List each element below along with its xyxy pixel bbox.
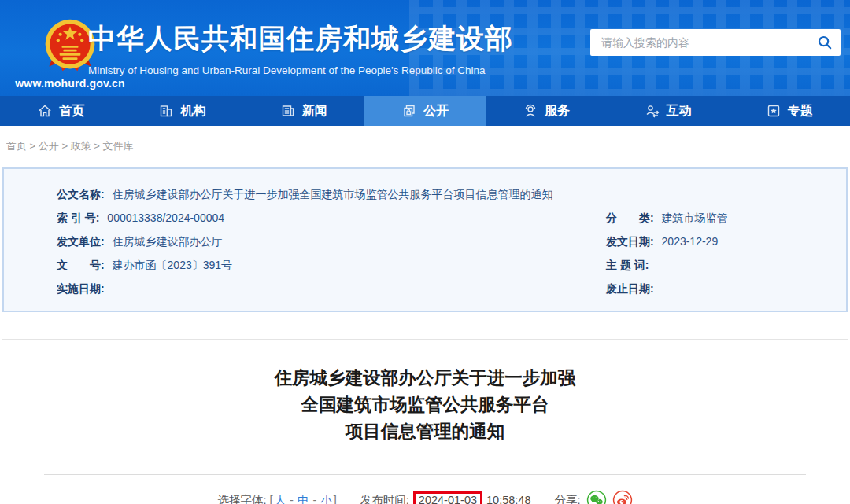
nav-item-news[interactable]: 新闻 bbox=[243, 96, 364, 126]
nav-item-disclosure[interactable]: 公开 bbox=[364, 96, 486, 126]
meta-row-subject: 主 题 词: bbox=[606, 253, 846, 277]
category-value: 建筑市场监管 bbox=[662, 212, 728, 224]
interaction-icon bbox=[645, 103, 660, 119]
nav-item-service[interactable]: 服务 bbox=[486, 96, 607, 126]
main-nav: 首页 机构 新闻 公开 服务 bbox=[0, 96, 850, 126]
index-label: 索 引 号: bbox=[57, 212, 99, 224]
font-size-small-link[interactable]: 小 bbox=[320, 493, 332, 504]
search-box bbox=[590, 29, 841, 56]
font-dash: - bbox=[312, 494, 316, 504]
site-title-block: 中华人民共和国住房和城乡建设部 Ministry of Housing and … bbox=[88, 20, 513, 76]
site-title-en: Ministry of Housing and Urban-Rural Deve… bbox=[88, 64, 513, 76]
breadcrumb[interactable]: 首页 > 公开 > 政策 > 文件库 bbox=[0, 126, 850, 153]
article-title-line1: 住房城乡建设部办公厅关于进一步加强 bbox=[2, 365, 848, 392]
disclosure-icon bbox=[401, 103, 417, 119]
font-size-selector: 选择字体: [ 大 - 中 - 小 ] bbox=[218, 493, 337, 504]
font-select-label: 选择字体: bbox=[218, 493, 267, 504]
site-header: www.mohurd.gov.cn 中华人民共和国住房和城乡建设部 Minist… bbox=[0, 0, 850, 96]
publish-label: 发布时间: bbox=[360, 493, 409, 504]
nav-item-label: 公开 bbox=[423, 103, 449, 120]
category-label: 分 类: bbox=[606, 212, 654, 224]
meta-row-doc-no: 文 号: 建办市函〔2023〕391号 bbox=[57, 253, 606, 277]
repeal-date-label: 废止日期: bbox=[606, 282, 654, 295]
news-icon bbox=[280, 103, 296, 119]
meta-grid: 索 引 号: 000013338/2024-00004 分 类: 建筑市场监管 … bbox=[57, 206, 846, 300]
topics-icon bbox=[766, 103, 782, 119]
nav-item-label: 新闻 bbox=[302, 103, 327, 120]
bracket-open: [ bbox=[270, 494, 273, 504]
nav-item-topics[interactable]: 专题 bbox=[729, 96, 850, 126]
issue-date-value: 2023-12-29 bbox=[662, 235, 719, 248]
nav-item-label: 机构 bbox=[180, 103, 205, 120]
meta-row-issuer: 发文单位: 住房城乡建设部办公厅 bbox=[57, 230, 606, 253]
weibo-share-icon[interactable] bbox=[612, 490, 633, 504]
meta-row-index: 索 引 号: 000013338/2024-00004 bbox=[57, 206, 606, 230]
meta-row-repeal-date: 废止日期: bbox=[606, 277, 846, 300]
article-panel: 住房城乡建设部办公厅关于进一步加强 全国建筑市场监管公共服务平台 项目信息管理的… bbox=[2, 339, 848, 504]
title-divider bbox=[44, 474, 806, 475]
font-size-medium-link[interactable]: 中 bbox=[298, 493, 309, 504]
article-title-line2: 全国建筑市场监管公共服务平台 bbox=[2, 392, 848, 418]
nav-item-home[interactable]: 首页 bbox=[0, 96, 121, 126]
nav-item-label: 首页 bbox=[59, 103, 84, 120]
meta-row-issue-date: 发文日期: 2023-12-29 bbox=[606, 230, 846, 253]
document-meta-box: 公文名称: 住房城乡建设部办公厅关于进一步加强全国建筑市场监管公共服务平台项目信… bbox=[2, 167, 848, 312]
organization-icon bbox=[158, 103, 174, 119]
nav-item-interaction[interactable]: 互动 bbox=[607, 96, 728, 126]
search-input[interactable] bbox=[590, 29, 809, 56]
nav-item-organization[interactable]: 机构 bbox=[121, 96, 242, 126]
doc-name-value: 住房城乡建设部办公厅关于进一步加强全国建筑市场监管公共服务平台项目信息管理的通知 bbox=[113, 188, 553, 200]
article-title: 住房城乡建设部办公厅关于进一步加强 全国建筑市场监管公共服务平台 项目信息管理的… bbox=[2, 365, 848, 445]
meta-row-impl-date: 实施日期: bbox=[57, 277, 606, 300]
share-label: 分享: bbox=[554, 493, 580, 504]
font-dash: - bbox=[290, 494, 294, 504]
article-meta-bar: 选择字体: [ 大 - 中 - 小 ] 发布时间: 2024-01-03 10:… bbox=[2, 490, 848, 504]
nav-item-label: 互动 bbox=[667, 103, 692, 120]
service-icon bbox=[523, 103, 538, 119]
nav-item-label: 服务 bbox=[545, 103, 570, 120]
index-value: 000013338/2024-00004 bbox=[107, 212, 224, 224]
font-size-large-link[interactable]: 大 bbox=[275, 493, 286, 504]
issuer-value: 住房城乡建设部办公厅 bbox=[113, 235, 223, 248]
wechat-share-icon[interactable] bbox=[586, 490, 607, 504]
meta-row-category: 分 类: 建筑市场监管 bbox=[606, 206, 846, 230]
meta-row-doc-name: 公文名称: 住房城乡建设部办公厅关于进一步加强全国建筑市场监管公共服务平台项目信… bbox=[57, 182, 846, 206]
doc-name-label: 公文名称: bbox=[57, 188, 105, 200]
issuer-label: 发文单位: bbox=[57, 235, 105, 248]
publish-time: 10:58:48 bbox=[486, 494, 530, 504]
share-group: 分享: bbox=[554, 490, 632, 504]
search-button[interactable] bbox=[809, 29, 841, 56]
bracket-close: ] bbox=[334, 494, 337, 504]
subject-label: 主 题 词: bbox=[606, 259, 649, 271]
home-icon bbox=[37, 103, 53, 119]
doc-no-label: 文 号: bbox=[57, 259, 105, 271]
doc-no-value: 建办市函〔2023〕391号 bbox=[113, 259, 233, 271]
impl-date-label: 实施日期: bbox=[57, 282, 105, 295]
site-url: www.mohurd.gov.cn bbox=[11, 77, 129, 90]
search-icon bbox=[817, 35, 833, 50]
site-title-cn: 中华人民共和国住房和城乡建设部 bbox=[88, 20, 513, 57]
nav-item-label: 专题 bbox=[788, 103, 813, 120]
publish-date-highlighted: 2024-01-03 bbox=[413, 491, 482, 504]
article-title-line3: 项目信息管理的通知 bbox=[2, 418, 848, 445]
issue-date-label: 发文日期: bbox=[606, 235, 654, 248]
page: www.mohurd.gov.cn 中华人民共和国住房和城乡建设部 Minist… bbox=[0, 0, 850, 504]
publish-time-group: 发布时间: 2024-01-03 10:58:48 bbox=[360, 491, 531, 504]
